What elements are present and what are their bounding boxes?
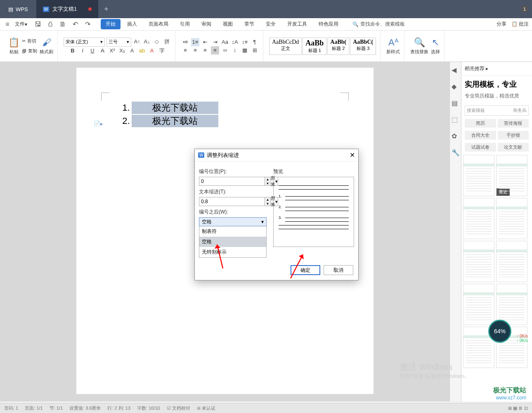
new-tab-button[interactable]: + xyxy=(98,5,114,14)
tab-security[interactable]: 安全 xyxy=(261,19,281,29)
align-right-icon[interactable]: ≡ xyxy=(201,46,209,55)
font-color-icon[interactable]: A xyxy=(148,47,156,55)
status-row-col[interactable]: 行: 2 列: 13 xyxy=(107,405,130,411)
font-size-select[interactable]: 三号▾ xyxy=(106,38,131,47)
numbering-icon[interactable]: 1≡ xyxy=(191,38,199,46)
distribute-icon[interactable]: ⬄ xyxy=(221,46,229,55)
superscript-icon[interactable]: X² xyxy=(108,47,116,55)
tab-section[interactable]: 章节 xyxy=(239,19,259,29)
sort-icon[interactable]: ↕A xyxy=(231,38,239,46)
style-heading1[interactable]: AaBb标题 1 xyxy=(303,38,326,55)
ok-button[interactable]: 确定 xyxy=(291,265,320,275)
save-icon[interactable]: 🖫 xyxy=(34,20,42,28)
template-item[interactable] xyxy=(496,241,527,282)
tool-panel-icon[interactable]: 🔧 xyxy=(452,149,460,157)
tag-thesis[interactable]: 论文文献 xyxy=(498,143,529,152)
change-case-icon[interactable]: Aa xyxy=(221,38,229,46)
text-effect-icon[interactable]: A xyxy=(128,47,136,55)
list-text-selected[interactable]: 极光下载站 xyxy=(132,102,218,114)
tag-handcopy[interactable]: 手抄报 xyxy=(498,131,529,140)
list-item-1[interactable]: 1. 极光下载站 xyxy=(113,102,336,114)
styles-gallery[interactable]: AaBbCcDd正文 AaBb标题 1 AaBb(标题 2 AaBbC(标题 3 xyxy=(269,38,376,55)
align-center-icon[interactable]: ≡ xyxy=(191,46,199,55)
decrease-indent-icon[interactable]: ⇤ xyxy=(201,38,209,46)
template-item[interactable] xyxy=(496,284,527,325)
tab-featured[interactable]: 特色应用 xyxy=(314,19,343,29)
template-search[interactable]: 搜索模板商务风 xyxy=(465,105,529,116)
tag-poster[interactable]: 宣传海报 xyxy=(498,119,529,128)
template-item[interactable] xyxy=(463,241,494,282)
view-buttons[interactable]: ⊞ ▦ 🗎 ⊡ xyxy=(508,406,528,411)
spin-down-icon[interactable]: ▼ xyxy=(265,181,270,185)
performance-meter[interactable]: 64% xyxy=(488,320,511,343)
highlight-icon[interactable]: ab xyxy=(138,47,146,55)
option-none[interactable]: 无特别标示 xyxy=(199,247,266,257)
tag-resume[interactable]: 简历 xyxy=(465,119,496,128)
status-section[interactable]: 节: 1/1 xyxy=(50,405,63,411)
file-menu[interactable]: 文件 ▾ xyxy=(12,21,30,28)
tag-exam[interactable]: 试题试卷 xyxy=(465,143,496,152)
align-left-icon[interactable]: ≡ xyxy=(181,46,189,55)
cut-button[interactable]: ✂ 剪切 xyxy=(22,37,37,46)
dialog-close-button[interactable]: ✕ xyxy=(350,151,355,159)
tab-view[interactable]: 视图 xyxy=(218,19,238,29)
borders-icon[interactable]: ⊞ xyxy=(251,46,259,55)
style-normal[interactable]: AaBbCcDd正文 xyxy=(269,38,302,55)
shading-icon[interactable]: ▦ xyxy=(241,46,249,55)
tab-page-layout[interactable]: 页面布局 xyxy=(144,19,173,29)
after-number-select[interactable]: 空格▾ xyxy=(199,217,267,226)
new-style-button[interactable]: Aᴬ 新样式 xyxy=(386,37,400,55)
template-item[interactable] xyxy=(496,198,527,239)
status-word-count[interactable]: 字数: 10/10 xyxy=(137,405,160,411)
status-page-no[interactable]: 页码: 1 xyxy=(4,405,18,411)
subscript-icon[interactable]: X₂ xyxy=(118,47,126,55)
spin-up-icon[interactable]: ▲ xyxy=(265,177,270,181)
tab-start[interactable]: 开始 xyxy=(101,19,121,29)
paste-button[interactable]: 📋 粘贴 xyxy=(8,37,19,55)
option-tab[interactable]: 制表符 xyxy=(199,226,266,237)
panel-header[interactable]: 稻壳推荐 ▸ xyxy=(461,62,532,76)
tab-dev-tools[interactable]: 开发工具 xyxy=(282,19,312,29)
italic-icon[interactable]: I xyxy=(78,47,87,55)
cancel-button[interactable]: 取消 xyxy=(324,265,353,275)
shape-panel-icon[interactable]: ✿ xyxy=(452,132,460,140)
command-search[interactable]: 🔍 查找命令、搜索模板 xyxy=(352,21,405,28)
status-page[interactable]: 页面: 1/1 xyxy=(25,405,43,411)
tab-review[interactable]: 审阅 xyxy=(196,19,216,29)
select-panel-icon[interactable]: ⬚ xyxy=(452,116,460,124)
spacing-icon[interactable]: ↕ xyxy=(231,46,239,55)
grow-font-icon[interactable]: A↑ xyxy=(133,38,141,46)
tab-references[interactable]: 引用 xyxy=(175,19,195,29)
tab-insert[interactable]: 插入 xyxy=(122,19,142,29)
preview-icon[interactable]: 🗎 xyxy=(59,20,67,28)
phonetic-icon[interactable]: 拼 xyxy=(163,38,171,46)
template-item[interactable] xyxy=(463,284,494,325)
spin-down-icon[interactable]: ▼ xyxy=(265,202,270,206)
status-spellcheck[interactable]: ☑ 文档校对 xyxy=(167,405,190,411)
style-panel-icon[interactable]: ◆ xyxy=(452,83,460,91)
strike-icon[interactable]: A̶ xyxy=(98,47,106,55)
copy-button[interactable]: 🗐 复制 xyxy=(22,47,37,56)
undo-icon[interactable]: ↶ xyxy=(71,20,79,28)
print-icon[interactable]: ⎙ xyxy=(46,20,54,28)
text-indent-input[interactable]: ▲▼ xyxy=(199,197,271,206)
style-heading2[interactable]: AaBb(标题 2 xyxy=(327,38,349,55)
annotate-button[interactable]: 📋 批注 xyxy=(511,21,529,28)
list-item-2[interactable]: 2. 极光下载站 xyxy=(113,115,336,127)
hamburger-icon[interactable]: ≡ xyxy=(3,20,12,28)
tag-contract[interactable]: 合同大全 xyxy=(465,131,496,140)
shrink-font-icon[interactable]: A↓ xyxy=(143,38,151,46)
select-button[interactable]: ↖ 选择 xyxy=(431,37,440,55)
document-tab[interactable]: W 文字文稿1 xyxy=(36,0,99,18)
line-spacing-icon[interactable]: ↕≡ xyxy=(241,38,249,46)
bold-icon[interactable]: B xyxy=(69,47,77,55)
font-family-select[interactable]: 宋体 (正文)▾ xyxy=(64,38,105,47)
char-shading-icon[interactable]: 字 xyxy=(158,47,166,55)
bullets-icon[interactable]: ⦁≡ xyxy=(181,38,189,46)
template-item[interactable] xyxy=(463,198,494,239)
close-panel-icon[interactable]: ◀ xyxy=(452,66,460,74)
option-space[interactable]: 空格 xyxy=(199,237,266,247)
status-set-value[interactable]: 设置值: 3.6厘米 xyxy=(69,405,101,411)
list-text-selected[interactable]: 极光下载站 xyxy=(132,115,218,127)
nav-panel-icon[interactable]: ▤ xyxy=(452,99,460,107)
